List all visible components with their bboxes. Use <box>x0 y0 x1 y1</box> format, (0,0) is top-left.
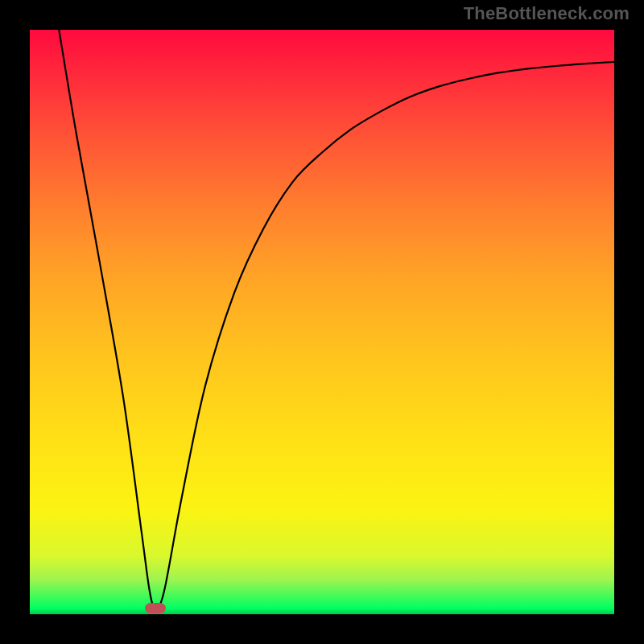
watermark-text: TheBottleneck.com <box>464 3 630 24</box>
chart-stage: TheBottleneck.com <box>0 0 644 644</box>
optimal-marker <box>145 603 166 613</box>
curve-svg <box>30 30 614 614</box>
bottleneck-curve-path <box>59 30 614 609</box>
plot-area <box>30 30 614 614</box>
